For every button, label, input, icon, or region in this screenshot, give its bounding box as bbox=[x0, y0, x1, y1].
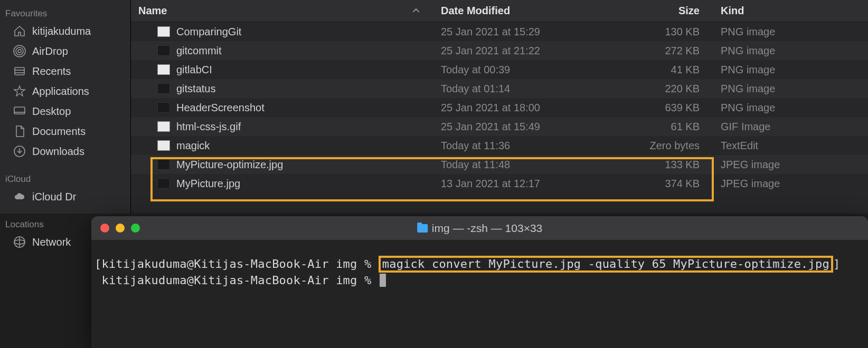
file-name: html-css-js.gif bbox=[176, 121, 430, 133]
file-name: ComparingGit bbox=[176, 26, 430, 38]
file-date: Today at 11:36 bbox=[430, 140, 615, 152]
column-header-kind[interactable]: Kind bbox=[715, 5, 868, 17]
terminal-title: img — -zsh — 103×33 bbox=[417, 222, 543, 235]
file-thumbnail-icon bbox=[157, 82, 170, 95]
sidebar: Favourites kitijakuduma AirDrop Recents … bbox=[0, 0, 131, 214]
sidebar-item-icloud-drive[interactable]: iCloud Dr bbox=[0, 187, 130, 207]
documents-icon bbox=[13, 125, 26, 138]
sidebar-item-recents[interactable]: Recents bbox=[0, 61, 130, 81]
close-button[interactable] bbox=[100, 224, 109, 233]
file-kind: JPEG image bbox=[715, 178, 868, 190]
sidebar-item-downloads[interactable]: Downloads bbox=[0, 141, 130, 161]
terminal-titlebar[interactable]: img — -zsh — 103×33 bbox=[91, 216, 868, 240]
file-name: MyPicture.jpg bbox=[176, 178, 430, 190]
terminal-title-text: img — -zsh — 103×33 bbox=[432, 222, 543, 235]
file-size: 41 KB bbox=[615, 64, 715, 76]
file-name: MyPicture-optimize.jpg bbox=[176, 159, 430, 171]
sidebar-item-label: Documents bbox=[32, 125, 86, 138]
sidebar-item-label: AirDrop bbox=[32, 45, 68, 57]
file-size: Zero bytes bbox=[615, 140, 715, 152]
file-row[interactable]: html-css-js.gif25 Jan 2021 at 15:4961 KB… bbox=[131, 117, 868, 136]
file-thumbnail-icon bbox=[157, 177, 170, 190]
sidebar-item-label: Applications bbox=[32, 85, 89, 98]
finder-window: Favourites kitijakuduma AirDrop Recents … bbox=[0, 0, 868, 214]
desktop-icon bbox=[13, 105, 26, 118]
file-thumbnail-icon bbox=[157, 25, 170, 38]
svg-point-0 bbox=[18, 50, 21, 53]
file-size: 272 KB bbox=[615, 45, 715, 57]
file-thumbnail-icon bbox=[157, 101, 170, 114]
file-name: gitcommit bbox=[176, 45, 430, 57]
sidebar-item-label: Recents bbox=[32, 65, 71, 78]
column-header-name-label: Name bbox=[138, 5, 167, 17]
file-date: 25 Jan 2021 at 15:29 bbox=[430, 26, 615, 38]
file-row[interactable]: MyPicture.jpg13 Jan 2021 at 12:17374 KBJ… bbox=[131, 174, 868, 193]
file-row[interactable]: gitcommit25 Jan 2021 at 21:22272 KBPNG i… bbox=[131, 41, 868, 60]
terminal-cursor bbox=[380, 274, 386, 287]
file-size: 133 KB bbox=[615, 159, 715, 171]
file-size: 374 KB bbox=[615, 178, 715, 190]
terminal-command-highlighted: magick convert MyPicture.jpg -quality 65… bbox=[379, 256, 833, 273]
terminal-body[interactable]: [kitijakuduma@Kitijas-MacBook-Air img % … bbox=[91, 240, 868, 288]
file-kind: PNG image bbox=[715, 64, 868, 76]
terminal-window: img — -zsh — 103×33 [kitijakuduma@Kitija… bbox=[91, 216, 868, 348]
minimize-button[interactable] bbox=[116, 224, 125, 233]
file-row[interactable]: magickToday at 11:36Zero bytesTextEdit bbox=[131, 136, 868, 155]
column-header-size[interactable]: Size bbox=[615, 5, 715, 17]
file-kind: PNG image bbox=[715, 45, 868, 57]
file-size: 220 KB bbox=[615, 83, 715, 95]
column-header-name[interactable]: Name bbox=[131, 5, 430, 17]
sidebar-item-label: Desktop bbox=[32, 105, 71, 118]
file-kind: GIF Image bbox=[715, 121, 868, 133]
sidebar-item-label: Downloads bbox=[32, 146, 84, 158]
file-kind: PNG image bbox=[715, 102, 868, 114]
column-headers: Name Date Modified Size Kind bbox=[131, 0, 868, 22]
airdrop-icon bbox=[13, 45, 26, 57]
sidebar-item-home[interactable]: kitijakuduma bbox=[0, 21, 130, 41]
file-date: 25 Jan 2021 at 21:22 bbox=[430, 45, 615, 57]
file-row[interactable]: gitlabCIToday at 00:3941 KBPNG image bbox=[131, 60, 868, 79]
sidebar-item-applications[interactable]: Applications bbox=[0, 81, 130, 101]
file-name: gitstatus bbox=[176, 83, 430, 95]
sidebar-item-label: kitijakuduma bbox=[32, 25, 91, 37]
file-row[interactable]: MyPicture-optimize.jpgToday at 11:48133 … bbox=[131, 155, 868, 174]
file-thumbnail-icon bbox=[157, 120, 170, 133]
sidebar-item-airdrop[interactable]: AirDrop bbox=[0, 41, 130, 61]
section-title-favourites: Favourites bbox=[0, 5, 130, 21]
sort-ascending-icon bbox=[412, 5, 420, 17]
network-icon bbox=[13, 236, 26, 248]
file-date: 25 Jan 2021 at 15:49 bbox=[430, 121, 615, 133]
file-thumbnail-icon bbox=[157, 63, 170, 76]
sidebar-item-label: Network bbox=[32, 236, 71, 248]
terminal-prompt: kitijakuduma@Kitijas-MacBook-Air img % bbox=[101, 274, 371, 287]
folder-icon bbox=[417, 224, 428, 233]
sidebar-item-label: iCloud Dr bbox=[32, 191, 76, 203]
svg-rect-3 bbox=[15, 67, 24, 75]
home-icon bbox=[13, 25, 26, 37]
zoom-button[interactable] bbox=[131, 224, 140, 233]
cloud-icon bbox=[13, 190, 26, 203]
file-date: Today at 00:39 bbox=[430, 64, 615, 76]
downloads-icon bbox=[13, 145, 26, 158]
traffic-lights bbox=[100, 224, 140, 233]
file-kind: TextEdit bbox=[715, 140, 868, 152]
sidebar-item-desktop[interactable]: Desktop bbox=[0, 101, 130, 121]
file-rows: ComparingGit25 Jan 2021 at 15:29130 KBPN… bbox=[131, 22, 868, 214]
file-kind: JPEG image bbox=[715, 159, 868, 171]
file-row[interactable]: HeaderScreenshot25 Jan 2021 at 18:00639 … bbox=[131, 98, 868, 117]
file-row[interactable]: ComparingGit25 Jan 2021 at 15:29130 KBPN… bbox=[131, 22, 868, 41]
column-header-date[interactable]: Date Modified bbox=[430, 5, 615, 17]
file-kind: PNG image bbox=[715, 83, 868, 95]
file-size: 61 KB bbox=[615, 121, 715, 133]
finder-list-view: Name Date Modified Size Kind ComparingGi… bbox=[131, 0, 868, 214]
file-name: magick bbox=[176, 140, 430, 152]
file-date: Today at 01:14 bbox=[430, 83, 615, 95]
prompt-bracket: [ bbox=[95, 257, 101, 270]
prompt-bracket: ] bbox=[833, 257, 840, 270]
file-row[interactable]: gitstatusToday at 01:14220 KBPNG image bbox=[131, 79, 868, 98]
file-date: Today at 11:48 bbox=[430, 159, 615, 171]
file-thumbnail-icon bbox=[157, 44, 170, 57]
recents-icon bbox=[13, 65, 26, 78]
file-thumbnail-icon bbox=[157, 158, 170, 171]
sidebar-item-documents[interactable]: Documents bbox=[0, 121, 130, 141]
